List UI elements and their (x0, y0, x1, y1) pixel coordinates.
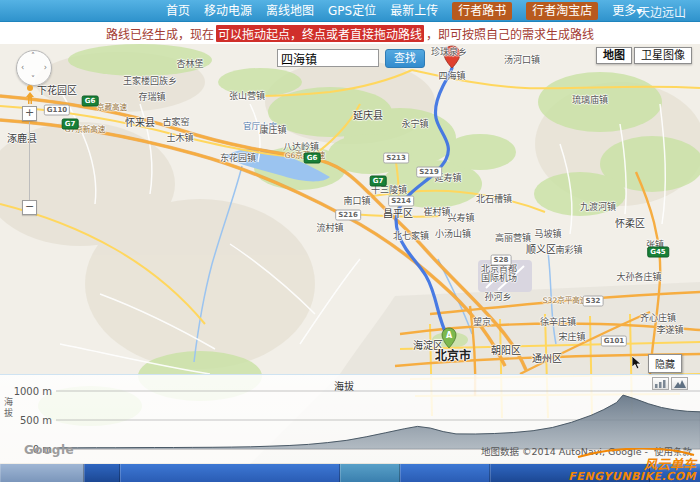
map-label: 北石槽镇 (476, 194, 512, 204)
taskbar-button[interactable] (84, 464, 120, 482)
page: 首页移动电源离线地图GPS定位最新上传行者路书行者淘宝店更多▾ 天边远山 路线已… (0, 0, 700, 482)
map-label: 顺义区 (526, 245, 556, 255)
pan-left-icon[interactable]: ‹ (21, 63, 24, 72)
map-label: 东花园镇 (220, 153, 256, 163)
map-label: 涿鹿县 (7, 134, 37, 144)
map-label: 马坡镇 (534, 229, 561, 239)
map-label: 怀来县 (125, 118, 155, 128)
map-label: 下花园区 (37, 86, 77, 96)
map-label: 通州区 (532, 354, 562, 364)
notice-suffix: ，即可按照自己的需求生成路线 (426, 25, 594, 42)
road-shield: S213 (383, 153, 409, 164)
nav-item-2[interactable]: 离线地图 (266, 3, 314, 19)
road-shield: G6 (304, 153, 321, 164)
zoom-in-button[interactable]: + (22, 106, 37, 121)
map-label: 齐心庄镇 (640, 313, 676, 323)
site-logo: 风云单车 FENGYUNBIKE.COM (568, 448, 696, 482)
elevation-toggle-buttons (652, 377, 688, 390)
mouse-cursor-icon (632, 356, 642, 370)
road-shield: S32 (583, 296, 604, 307)
road-shield: G45 (647, 247, 669, 258)
map-area[interactable]: A 珍珠泉乡汤河口镇四海镇琉璃庙镇杏林堡王家楼回族乡下花园区存瑞镇张山营镇延庆县… (0, 44, 700, 464)
map-label: 国际机场 (481, 273, 517, 283)
mountain-icon (674, 380, 686, 388)
taskbar-button[interactable] (400, 464, 490, 482)
maptype-control: 地图 卫星图像 (596, 47, 692, 64)
map-label: 九渡河镇 (580, 202, 616, 212)
pan-up-icon[interactable]: ˄ (31, 52, 35, 61)
searchbox: 查找 (277, 49, 425, 68)
map-label: S32京平高速 (543, 296, 587, 306)
map-label: 存瑞镇 (138, 92, 165, 102)
zoom-out-button[interactable]: − (22, 200, 37, 215)
taskbar-button[interactable] (120, 464, 340, 482)
map-label: 杏林堡 (176, 59, 203, 69)
mountain-view-button[interactable] (671, 377, 688, 390)
road-shield: G101 (601, 336, 627, 347)
road-shield: S214 (388, 196, 414, 207)
map-label: 京藏高速 (97, 103, 127, 113)
map-label: 琉璃庙镇 (572, 95, 608, 105)
road-shield: S219 (416, 167, 442, 178)
taskbar-button[interactable] (340, 464, 400, 482)
road-shield: G110 (44, 105, 70, 116)
maptype-map-button[interactable]: 地图 (596, 47, 632, 64)
map-label: 王家楼回族乡 (123, 76, 177, 86)
svg-text:A: A (446, 331, 453, 340)
map-label: 望京 (473, 317, 491, 327)
road-shield: G6 (82, 96, 99, 107)
top-navbar: 首页移动电源离线地图GPS定位最新上传行者路书行者淘宝店更多▾ 天边远山 (0, 0, 700, 22)
map-label: 兴寿镇 (447, 213, 474, 223)
road-shield: G7 (370, 176, 387, 187)
map-label: 古家窑 (162, 117, 189, 127)
road-shield: G7 (62, 119, 79, 130)
search-button[interactable]: 查找 (385, 49, 425, 68)
map-label: 张山营镇 (229, 91, 265, 101)
map-label: 小汤山镇 (435, 229, 471, 239)
nav-item-5[interactable]: 行者路书 (452, 2, 512, 20)
pan-control[interactable]: ˄ ˅ ‹ › (16, 50, 52, 86)
map-label: 朝阳区 (491, 346, 521, 356)
username[interactable]: 天边远山 (638, 3, 686, 20)
route-notice: 路线已经生成，现在可以拖动起点，终点或者直接拖动路线，即可按照自己的需求生成路线 (0, 22, 700, 44)
map-label: 昌平区 (383, 209, 413, 219)
map-label: 孙河乡 (484, 292, 511, 302)
nav-item-4[interactable]: 最新上传 (390, 3, 438, 19)
map-label: 宋庄镇 (558, 332, 585, 342)
nav-item-6[interactable]: 行者淘宝店 (526, 2, 598, 20)
hide-tooltip: 隐藏 (648, 354, 682, 373)
nav-item-1[interactable]: 移动电源 (204, 3, 252, 19)
map-label: 珍珠泉乡 (431, 47, 467, 57)
notice-highlight: 可以拖动起点，终点或者直接拖动路线 (216, 25, 424, 42)
zoom-slider-track[interactable] (29, 122, 30, 200)
road-shield: S28 (491, 255, 512, 266)
map-label: 怀柔区 (615, 219, 645, 229)
map-label: 徐辛庄镇 (540, 317, 576, 327)
map-label: 高丽营镇 (495, 233, 531, 243)
search-input[interactable] (277, 49, 379, 67)
nav-item-3[interactable]: GPS定位 (328, 3, 376, 19)
map-label: 南彩镇 (555, 245, 582, 255)
nav-items: 首页移动电源离线地图GPS定位最新上传行者路书行者淘宝店更多▾ (166, 2, 642, 20)
bars-icon (655, 380, 666, 388)
road-shield: S216 (335, 210, 361, 221)
map-label: 四海镇 (438, 71, 465, 81)
pan-right-icon[interactable]: › (44, 63, 47, 72)
map-label: 流村镇 (316, 223, 343, 233)
pegman-icon[interactable] (21, 84, 39, 108)
maptype-satellite-button[interactable]: 卫星图像 (634, 47, 692, 64)
map-label: 十三陵镇 (371, 185, 407, 195)
logo-en: FENGYUNBIKE.COM (568, 471, 696, 482)
map-label: 大孙各庄镇 (616, 272, 661, 282)
google-watermark: Google (24, 443, 74, 457)
pan-down-icon[interactable]: ˅ (31, 75, 35, 84)
map-label: 汤河口镇 (504, 55, 540, 65)
nav-item-0[interactable]: 首页 (166, 3, 190, 19)
map-label: 南口镇 (343, 196, 370, 206)
map-label: 李遂镇 (656, 325, 683, 335)
map-label: 土木镇 (166, 133, 193, 143)
map-label: 延庆县 (353, 111, 383, 121)
chart-view-button[interactable] (652, 377, 669, 390)
taskbar-start[interactable] (0, 464, 84, 482)
map-label: 康庄镇 (259, 125, 286, 135)
